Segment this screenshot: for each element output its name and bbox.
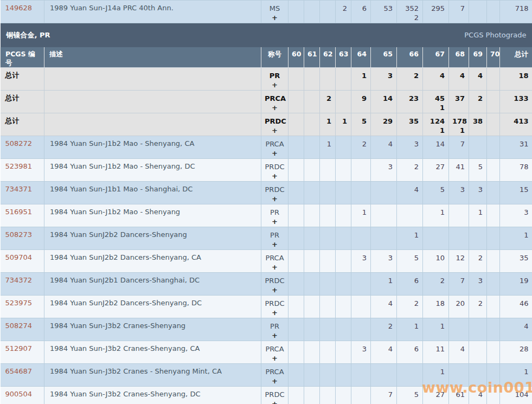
grade-65-cell: 4 xyxy=(371,136,397,159)
designation-cell: PRDC+ xyxy=(261,182,289,204)
pcgs-number-link[interactable]: 734372 xyxy=(5,276,33,284)
description-cell xyxy=(44,113,261,136)
table-row: 5082741984 Yuan Sun-J3b2 Cranes-Shenyang… xyxy=(1,318,532,341)
grade-62-cell xyxy=(320,364,336,387)
pcgs-number-link[interactable]: 523975 xyxy=(5,299,33,307)
plus-grade-indicator: + xyxy=(265,194,285,203)
total-cell: 35 xyxy=(500,250,532,273)
grade-69-cell xyxy=(469,227,487,250)
pcgs-number-cell: 516951 xyxy=(1,204,44,227)
grade-64-cell xyxy=(351,387,371,404)
column-header-designation: 称号 xyxy=(261,47,289,68)
plus-grade-indicator: + xyxy=(265,285,285,294)
description-cell: 1984 Yuan Sun-J1b2 Mao - Shenyang, CA xyxy=(44,136,261,159)
designation-cell: PRCA+ xyxy=(261,91,289,113)
pcgs-number-link[interactable]: 734371 xyxy=(5,185,33,193)
grade-64-cell: 9 xyxy=(351,91,371,113)
pcgs-number-link[interactable]: 508274 xyxy=(5,322,33,330)
grade-70-cell xyxy=(487,341,500,364)
grade-62-cell xyxy=(320,273,336,296)
grade-68-cell: 4 xyxy=(449,341,469,364)
grade-66-cell: 1 xyxy=(397,318,423,341)
table-row: 5097041984 Yuan SunJ2b2 Dancers-Shenyang… xyxy=(1,250,532,273)
grade-65-cell xyxy=(371,364,397,387)
column-header-66: 66 xyxy=(397,47,423,68)
grade-61-cell xyxy=(304,296,320,318)
plus-grade-indicator: + xyxy=(265,308,285,317)
pcgs-number-cell: 总计 xyxy=(1,113,44,136)
grade-66-cell: 5 xyxy=(397,250,423,273)
grade-62-cell xyxy=(320,227,336,250)
grade-63-cell xyxy=(336,341,351,364)
description-cell: 1984 Yuan Sun-J3b2 Cranes-Shenyang, DC xyxy=(44,387,261,404)
grade-66-cell xyxy=(397,204,423,227)
grade-64-cell xyxy=(351,182,371,204)
grade-61-cell xyxy=(304,364,320,387)
grade-63-cell xyxy=(336,227,351,250)
column-header-row: PCGS 编号描述称号6061626364656667686970总计 xyxy=(1,47,532,68)
grade-61-cell xyxy=(304,387,320,404)
grade-63-cell xyxy=(336,68,351,91)
grade-63-cell xyxy=(336,250,351,273)
grade-61-cell xyxy=(304,113,320,136)
grade-60-cell xyxy=(289,250,304,273)
description-cell: 1989 Yuan Sun-J14a PRC 40th Ann. xyxy=(44,1,261,23)
pcgs-number-link[interactable]: 512907 xyxy=(5,344,33,352)
photograde-link[interactable]: PCGS Photograde xyxy=(464,31,526,40)
grade-70-cell xyxy=(487,68,500,91)
designation-cell: PRCA+ xyxy=(261,364,289,387)
grade-67-cell: 1 xyxy=(423,364,449,387)
pcgs-number-link[interactable]: 508272 xyxy=(5,139,33,148)
pcgs-number-cell: 总计 xyxy=(1,91,44,113)
pcgs-number-link[interactable]: 523981 xyxy=(5,162,33,170)
pcgs-number-link[interactable]: 509704 xyxy=(5,253,33,261)
grade-66-cell: 5 xyxy=(397,387,423,404)
grade-69-cell: 4 xyxy=(469,387,487,404)
designation-label: PRDC xyxy=(265,390,285,399)
grade-63-cell xyxy=(336,182,351,204)
grade-69-cell: 1 xyxy=(469,204,487,227)
grade-70-cell xyxy=(487,1,500,23)
total-cell: 1 xyxy=(500,227,532,250)
grade-68-cell: 3 xyxy=(449,182,469,204)
section-title: 铜镍合金, PR xyxy=(7,31,50,40)
description-cell: 1984 Yuan Sun-J3b2 Cranes-Shenyang xyxy=(44,318,261,341)
plus-grade-indicator: + xyxy=(265,103,285,112)
pcgs-number-link[interactable]: 516951 xyxy=(5,208,33,216)
summary-row: 总计PR+13244418 xyxy=(1,68,532,91)
grade-64-cell: 6 xyxy=(351,1,371,23)
total-cell: 4 xyxy=(500,318,532,341)
top-coin-row-section: 1496281989 Yuan Sun-J14a PRC 40th Ann.MS… xyxy=(1,1,532,23)
grade-69-cell xyxy=(469,1,487,23)
plus-grade-indicator: + xyxy=(265,240,285,249)
pcgs-number-link[interactable]: 654687 xyxy=(5,367,33,375)
grade-62-cell xyxy=(320,1,336,23)
designation-cell: PR+ xyxy=(261,68,289,91)
plus-grade-indicator: + xyxy=(265,217,285,226)
plus-grade-indicator: + xyxy=(265,399,285,404)
total-cell: 19 xyxy=(500,273,532,296)
designation-cell: PRDC+ xyxy=(261,273,289,296)
grade-65-cell: 4 xyxy=(371,296,397,318)
column-header-65: 65 xyxy=(371,47,397,68)
pcgs-number-link[interactable]: 149628 xyxy=(5,4,33,12)
grade-65-cell: 1 xyxy=(371,273,397,296)
grade-65-cell xyxy=(371,204,397,227)
grade-66-cell: 3 xyxy=(397,136,423,159)
grade-70-cell xyxy=(487,204,500,227)
grade-68-cell: 41 xyxy=(449,159,469,182)
total-row-label: 总计 xyxy=(5,94,20,102)
grade-63-cell: 1 xyxy=(336,113,351,136)
grade-61-cell xyxy=(304,159,320,182)
grade-66-cell xyxy=(397,364,423,387)
pcgs-number-link[interactable]: 508273 xyxy=(5,230,33,239)
total-cell: 413 xyxy=(500,113,532,136)
description-cell xyxy=(44,91,261,113)
population-rows-section: 总计PR+13244418总计PRCA+29142345 1372133总计PR… xyxy=(1,68,532,404)
grade-60-cell xyxy=(289,136,304,159)
grade-60-cell xyxy=(289,1,304,23)
grade-66-cell: 4 xyxy=(397,182,423,204)
grade-60-cell xyxy=(289,364,304,387)
pcgs-number-link[interactable]: 900504 xyxy=(5,390,33,398)
grade-62-cell xyxy=(320,68,336,91)
